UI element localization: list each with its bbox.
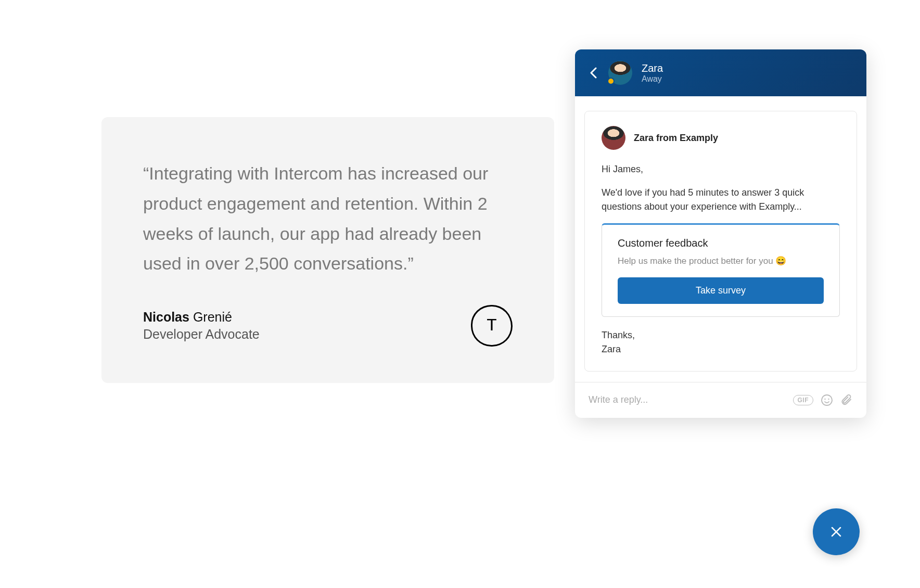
company-logo-badge: T xyxy=(471,305,513,347)
take-survey-button[interactable]: Take survey xyxy=(618,277,824,304)
chat-body: Zara from Examply Hi James, We'd love if… xyxy=(575,96,866,382)
attachment-button[interactable] xyxy=(840,394,853,406)
logo-letter: T xyxy=(487,316,497,336)
author-row: Nicolas Grenié Developer Advocate T xyxy=(143,305,513,347)
svg-point-1 xyxy=(824,398,825,399)
emoji-icon xyxy=(821,394,833,406)
reply-input[interactable] xyxy=(589,394,786,405)
author-name: Nicolas Grenié xyxy=(143,310,260,325)
header-text: Zara Away xyxy=(642,62,663,84)
message-body: We'd love if you had 5 minutes to answer… xyxy=(602,186,840,214)
feedback-card: Customer feedback Help us make the produ… xyxy=(602,223,840,317)
back-button[interactable] xyxy=(587,65,599,81)
message-greeting: Hi James, xyxy=(602,162,840,176)
paperclip-icon xyxy=(840,394,853,406)
composer-icons: GIF xyxy=(793,394,853,406)
chat-composer: GIF xyxy=(575,382,866,418)
message-card: Zara from Examply Hi James, We'd love if… xyxy=(584,111,857,372)
svg-point-0 xyxy=(822,395,832,405)
chat-widget: Zara Away Zara from Examply Hi James, We… xyxy=(575,49,866,418)
testimonial-card: “Integrating with Intercom has increased… xyxy=(101,117,554,383)
feedback-subtitle: Help us make the product better for you … xyxy=(618,254,824,268)
chat-header: Zara Away xyxy=(575,49,866,96)
close-chat-fab[interactable] xyxy=(813,508,860,555)
status-indicator-icon xyxy=(607,78,615,85)
feedback-title: Customer feedback xyxy=(618,237,824,249)
message-avatar xyxy=(602,126,625,150)
close-icon xyxy=(829,525,844,539)
message-from-label: Zara from Examply xyxy=(634,133,718,144)
agent-avatar xyxy=(608,61,632,85)
author-title: Developer Advocate xyxy=(143,327,260,342)
agent-name: Zara xyxy=(642,62,663,74)
chevron-left-icon xyxy=(590,67,597,79)
emoji-button[interactable] xyxy=(821,394,833,406)
svg-point-2 xyxy=(828,398,829,399)
gif-icon: GIF xyxy=(793,395,814,405)
testimonial-text: “Integrating with Intercom has increased… xyxy=(143,159,513,279)
message-signoff: Thanks, Zara xyxy=(602,328,840,356)
author-block: Nicolas Grenié Developer Advocate xyxy=(143,310,260,342)
message-from-row: Zara from Examply xyxy=(602,126,840,150)
gif-button[interactable]: GIF xyxy=(793,395,814,405)
agent-status: Away xyxy=(642,74,663,84)
